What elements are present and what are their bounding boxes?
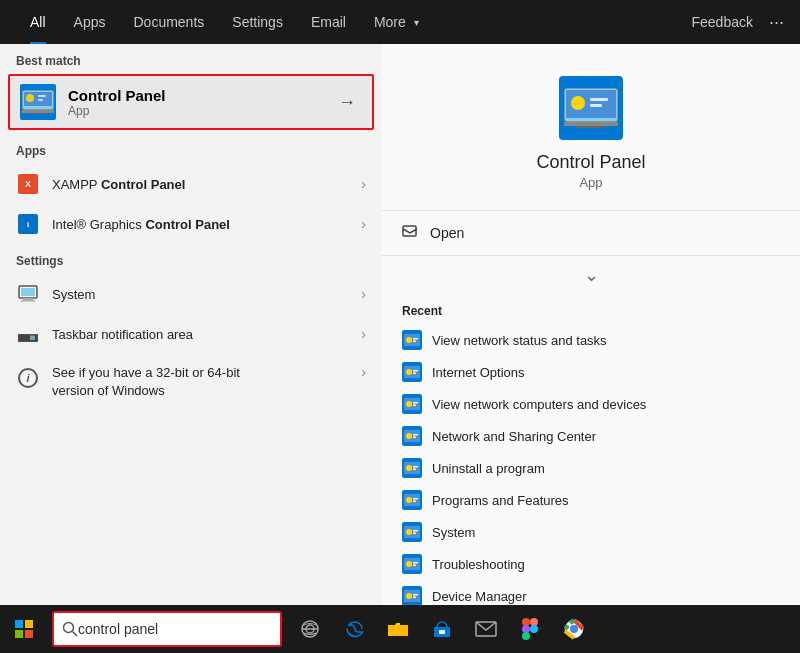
- store-button[interactable]: [422, 605, 462, 653]
- task-view-icon: [300, 620, 320, 638]
- list-item-arrow: ›: [361, 364, 366, 380]
- taskbar-icon: [16, 322, 40, 346]
- svg-rect-60: [15, 630, 23, 638]
- feedback-button[interactable]: Feedback: [692, 14, 753, 30]
- svg-rect-37: [413, 437, 416, 439]
- recent-item[interactable]: System: [382, 516, 800, 548]
- list-item-arrow: ›: [361, 176, 366, 192]
- svg-point-18: [571, 96, 585, 110]
- list-item-taskbar-text: Taskbar notification area: [52, 327, 361, 342]
- svg-point-31: [406, 401, 412, 407]
- search-input[interactable]: [78, 621, 248, 637]
- more-options-button[interactable]: ···: [769, 12, 784, 33]
- recent-item-icon: [402, 426, 422, 446]
- task-view-button[interactable]: [290, 605, 330, 653]
- recent-item[interactable]: View network computers and devices: [382, 388, 800, 420]
- svg-rect-2: [22, 110, 54, 113]
- list-item-system[interactable]: System ›: [0, 274, 382, 314]
- tab-settings[interactable]: Settings: [218, 0, 297, 44]
- recent-item[interactable]: Internet Options: [382, 356, 800, 388]
- svg-rect-20: [590, 104, 602, 107]
- figma-icon: [522, 618, 538, 640]
- recent-item-text: Programs and Features: [432, 493, 569, 508]
- list-item-xampp[interactable]: X XAMPP Control Panel ›: [0, 164, 382, 204]
- left-panel: Best match Control Panel: [0, 44, 382, 605]
- svg-point-23: [406, 337, 412, 343]
- svg-point-39: [406, 465, 412, 471]
- mail-icon: [475, 620, 497, 638]
- recent-item-icon: [402, 362, 422, 382]
- recent-item-icon: [402, 490, 422, 510]
- folder-icon: [387, 620, 409, 638]
- list-item-bitcheck[interactable]: i See if you have a 32-bit or 64-bitvers…: [0, 354, 382, 408]
- recent-item[interactable]: Network and Sharing Center: [382, 420, 800, 452]
- svg-rect-28: [413, 370, 418, 372]
- chrome-button[interactable]: [554, 605, 594, 653]
- file-explorer-button[interactable]: [378, 605, 418, 653]
- svg-point-4: [26, 94, 34, 102]
- recent-item[interactable]: Uninstall a program: [382, 452, 800, 484]
- right-panel: Control Panel App Open ⌄ Recent: [382, 44, 800, 605]
- tab-documents[interactable]: Documents: [119, 0, 218, 44]
- recent-item-icon: [402, 586, 422, 605]
- chevron-down-icon: ▾: [414, 17, 419, 28]
- tab-apps[interactable]: Apps: [60, 0, 120, 44]
- cp-icon-svg: [22, 90, 54, 114]
- tab-more[interactable]: More ▾: [360, 0, 433, 44]
- tab-email[interactable]: Email: [297, 0, 360, 44]
- nav-right: Feedback ···: [692, 12, 785, 33]
- best-match-text: Control Panel App: [68, 87, 332, 118]
- svg-rect-73: [522, 632, 530, 640]
- svg-rect-72: [522, 625, 530, 633]
- tab-all[interactable]: All: [16, 0, 60, 44]
- open-icon: [402, 223, 418, 243]
- svg-rect-33: [413, 405, 416, 407]
- recent-item-text: Network and Sharing Center: [432, 429, 596, 444]
- svg-rect-25: [413, 341, 416, 343]
- svg-point-55: [406, 593, 412, 599]
- recent-item[interactable]: Troubleshooting: [382, 548, 800, 580]
- svg-rect-36: [413, 434, 418, 436]
- start-button[interactable]: [0, 605, 48, 653]
- svg-rect-9: [23, 298, 33, 300]
- figma-button[interactable]: [510, 605, 550, 653]
- svg-rect-16: [564, 122, 618, 126]
- svg-rect-41: [413, 469, 416, 471]
- taskbar: [0, 605, 800, 653]
- svg-rect-52: [413, 562, 418, 564]
- list-item-intel[interactable]: i Intel® Graphics Control Panel ›: [0, 204, 382, 244]
- svg-rect-3: [28, 113, 48, 114]
- recent-item[interactable]: Programs and Features: [382, 484, 800, 516]
- right-icon-area: Control Panel App: [382, 44, 800, 210]
- apps-header: Apps: [0, 134, 382, 164]
- list-item-intel-text: Intel® Graphics Control Panel: [52, 217, 361, 232]
- best-match-item[interactable]: Control Panel App →: [8, 74, 374, 130]
- edge-icon: [343, 618, 365, 640]
- edge-button[interactable]: [334, 605, 374, 653]
- store-icon: [432, 619, 452, 639]
- expand-button[interactable]: ⌄: [382, 255, 800, 294]
- svg-rect-71: [530, 618, 538, 626]
- recent-item[interactable]: Device Manager: [382, 580, 800, 605]
- svg-rect-19: [590, 98, 608, 101]
- list-item-bitcheck-text: See if you have a 32-bit or 64-bitversio…: [52, 364, 361, 400]
- svg-rect-29: [413, 373, 416, 375]
- open-action[interactable]: Open: [382, 210, 800, 255]
- chrome-icon: [563, 618, 585, 640]
- recent-item-icon: [402, 458, 422, 478]
- list-item-taskbar[interactable]: Taskbar notification area ›: [0, 314, 382, 354]
- right-app-icon: [559, 76, 623, 140]
- search-box[interactable]: [52, 611, 282, 647]
- recent-item-text: View network status and tasks: [432, 333, 607, 348]
- svg-rect-70: [522, 618, 530, 626]
- mail-button[interactable]: [466, 605, 506, 653]
- top-nav: All Apps Documents Settings Email More ▾…: [0, 0, 800, 44]
- best-match-subtitle: App: [68, 104, 332, 118]
- svg-rect-44: [413, 498, 418, 500]
- recent-item[interactable]: View network status and tasks: [382, 324, 800, 356]
- svg-point-35: [406, 433, 412, 439]
- svg-point-74: [530, 625, 538, 633]
- svg-rect-8: [21, 288, 35, 296]
- recent-item-text: Device Manager: [432, 589, 527, 604]
- svg-point-27: [406, 369, 412, 375]
